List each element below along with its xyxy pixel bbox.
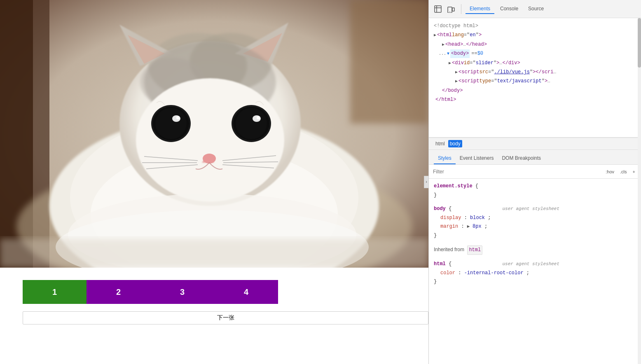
toolbar-separator <box>461 4 461 14</box>
expand-body[interactable]: ▼ <box>447 50 449 57</box>
svg-point-16 <box>136 78 284 202</box>
svg-rect-38 <box>350 0 428 124</box>
devtools-panel: Elements Console Source <!doctype html> … <box>428 0 641 364</box>
next-button[interactable]: 下一张 <box>23 311 428 324</box>
filter-cls-btn[interactable]: .cls <box>618 168 629 175</box>
filter-add-btn[interactable]: + <box>631 168 637 175</box>
slider-btn-4[interactable]: 4 <box>214 280 278 304</box>
slider-btn-2[interactable]: 2 <box>87 280 150 304</box>
svg-rect-43 <box>452 8 454 11</box>
svg-point-19 <box>155 108 187 139</box>
devtools-scrollbar[interactable] <box>638 18 641 364</box>
svg-point-21 <box>176 116 180 119</box>
devtools-toolbar: Elements Console Source <box>429 0 641 18</box>
device-icon-btn[interactable] <box>445 3 457 15</box>
browser-content: 1 2 3 4 下一张 <box>0 0 428 364</box>
expand-html[interactable]: ▶ <box>434 32 436 39</box>
margin-arrow[interactable]: ▶ <box>467 224 473 229</box>
tab-console[interactable]: Console <box>496 4 522 14</box>
svg-point-44 <box>449 11 450 12</box>
tab-event-listeners[interactable]: Event Listeners <box>456 153 498 164</box>
breadcrumb-row: html body <box>429 138 641 150</box>
dom-line-div-slider[interactable]: ▶ <div id="slider" > … </div> <box>434 58 636 68</box>
devtools-collapse-btn[interactable]: › <box>424 176 429 188</box>
tab-elements[interactable]: Elements <box>466 4 494 14</box>
css-rule-element-style: element.style { } <box>434 182 636 200</box>
tab-styles[interactable]: Styles <box>434 153 456 164</box>
breadcrumb-html[interactable]: html <box>434 140 447 147</box>
svg-rect-37 <box>0 239 428 268</box>
css-inherited-section: Inherited from html <box>434 245 636 255</box>
dom-line-script-vue[interactable]: ▶ <script src="./lib/vue.js" ></scri … <box>434 68 636 77</box>
dom-line-doctype: <!doctype html> <box>434 21 636 30</box>
expand-head[interactable]: ▶ <box>442 41 444 48</box>
inspector-icon-btn[interactable] <box>432 3 444 15</box>
svg-point-26 <box>257 116 260 119</box>
filter-input[interactable] <box>433 169 601 175</box>
dom-line-head[interactable]: ▶ <head> … </head> <box>434 40 636 49</box>
dom-line-script-js[interactable]: ▶ <script type="text/javascript" > … <box>434 77 636 86</box>
tab-source[interactable]: Source <box>524 4 548 14</box>
css-rule-html: html { user agent stylesheet color : -in… <box>434 260 636 287</box>
script-src-link[interactable]: ./lib/vue.js <box>494 68 529 76</box>
svg-rect-39 <box>435 6 441 12</box>
expand-script-vue[interactable]: ▶ <box>455 69 458 76</box>
dom-line-html[interactable]: ▶ <html lang="en" > <box>434 30 636 40</box>
filter-hov-btn[interactable]: :hov <box>604 168 616 175</box>
dom-line-close-html: </html> <box>434 95 636 104</box>
expand-div-slider[interactable]: ▶ <box>449 60 451 67</box>
svg-point-28 <box>203 154 216 163</box>
slider-btn-1[interactable]: 1 <box>23 280 87 304</box>
dom-tree: <!doctype html> ▶ <html lang="en" > ▶ <h… <box>429 18 641 138</box>
breadcrumb-body[interactable]: body <box>448 140 462 147</box>
dom-line-close-body: </body> <box>434 86 636 95</box>
inherited-html-tag[interactable]: html <box>467 245 482 255</box>
devtools-scrollbar-thumb[interactable] <box>638 18 641 68</box>
css-rule-body: body { user agent stylesheet display : b… <box>434 205 636 240</box>
dom-line-body[interactable]: ... ▼ <body> == $0 <box>434 49 636 58</box>
filter-bar: :hov .cls + <box>429 165 641 179</box>
slider-btn-3[interactable]: 3 <box>150 280 214 304</box>
css-rules-panel: element.style { } body { user agent styl… <box>429 179 641 364</box>
cat-image <box>0 0 428 268</box>
svg-point-24 <box>236 108 267 139</box>
styles-tabs-bar: Styles Event Listeners DOM Breakpoints <box>429 150 641 165</box>
tab-dom-breakpoints[interactable]: DOM Breakpoints <box>498 153 545 164</box>
expand-script-js[interactable]: ▶ <box>455 78 458 85</box>
slider-controls: 1 2 3 4 <box>0 268 428 304</box>
